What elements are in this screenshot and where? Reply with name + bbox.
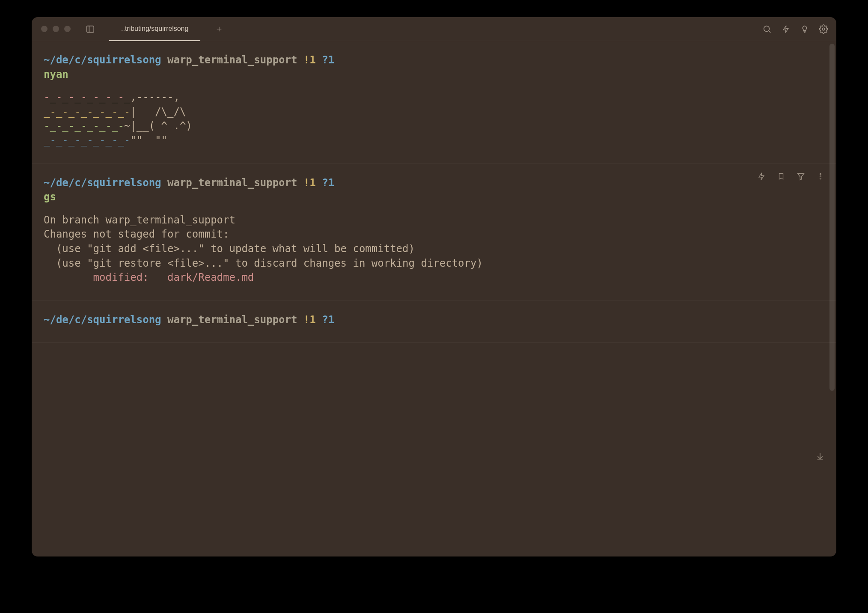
prompt-line: ~/de/c/squirrelsong warp_terminal_suppor…: [44, 313, 824, 327]
prompt-path: ~/de/c/squirrelsong: [44, 54, 161, 66]
titlebar-actions: [762, 24, 829, 34]
terminal-window: ..tributing/squirrelsong ~/de/c/squirrel…: [32, 17, 836, 556]
prompt-git-modified: !1: [303, 314, 316, 326]
lightbulb-icon[interactable]: [800, 24, 810, 34]
command-text: nyan: [44, 68, 68, 80]
prompt-path: ~/de/c/squirrelsong: [44, 314, 161, 326]
tab-title: ..tributing/squirrelsong: [121, 25, 188, 33]
prompt-line: ~/de/c/squirrelsong warp_terminal_suppor…: [44, 176, 824, 190]
svg-marker-7: [798, 173, 804, 180]
prompt-line: ~/de/c/squirrelsong warp_terminal_suppor…: [44, 53, 824, 68]
minimize-window-button[interactable]: [53, 26, 59, 32]
titlebar: ..tributing/squirrelsong: [32, 17, 836, 41]
terminal-content: ~/de/c/squirrelsong warp_terminal_suppor…: [32, 41, 836, 556]
svg-point-4: [764, 26, 770, 31]
block-actions: [757, 172, 825, 181]
prompt-path: ~/de/c/squirrelsong: [44, 177, 161, 189]
prompt-branch: warp_terminal_support: [167, 314, 297, 326]
bolt-icon[interactable]: [757, 172, 766, 181]
prompt-git-untracked: ?1: [322, 54, 334, 66]
command-block[interactable]: ~/de/c/squirrelsong warp_terminal_suppor…: [32, 41, 836, 164]
window-controls: [41, 26, 71, 32]
close-window-button[interactable]: [41, 26, 48, 32]
scrollbar[interactable]: [829, 44, 835, 554]
prompt-git-modified: !1: [303, 177, 316, 189]
panel-toggle-icon[interactable]: [84, 23, 96, 35]
bookmark-icon[interactable]: [776, 172, 786, 181]
more-icon[interactable]: [816, 172, 825, 181]
command-block[interactable]: ~/de/c/squirrelsong warp_terminal_suppor…: [32, 164, 836, 301]
search-icon[interactable]: [762, 24, 772, 34]
svg-point-9: [820, 176, 821, 177]
prompt-branch: warp_terminal_support: [167, 54, 297, 66]
bolt-icon[interactable]: [781, 24, 791, 34]
new-tab-button[interactable]: [211, 21, 228, 38]
prompt-branch: warp_terminal_support: [167, 177, 297, 189]
tab-active[interactable]: ..tributing/squirrelsong: [109, 17, 200, 41]
settings-icon[interactable]: [818, 24, 829, 34]
prompt-git-modified: !1: [303, 54, 316, 66]
svg-point-6: [822, 28, 825, 30]
scrollbar-thumb[interactable]: [829, 44, 835, 391]
scroll-to-bottom-icon[interactable]: [814, 450, 826, 462]
maximize-window-button[interactable]: [64, 26, 71, 32]
command-block-active[interactable]: ~/de/c/squirrelsong warp_terminal_suppor…: [32, 301, 836, 343]
svg-point-10: [820, 178, 821, 179]
command-output: On branch warp_terminal_support Changes …: [44, 213, 824, 285]
svg-line-5: [769, 30, 771, 33]
svg-point-8: [820, 173, 821, 175]
prompt-git-untracked: ?1: [322, 177, 334, 189]
filter-icon[interactable]: [796, 172, 806, 181]
command-text: gs: [44, 191, 56, 203]
svg-rect-0: [87, 26, 94, 32]
prompt-git-untracked: ?1: [322, 314, 334, 326]
command-output: -_-_-_-_-_-_-_,------, _-_-_-_-_-_-_-| /…: [44, 90, 824, 148]
